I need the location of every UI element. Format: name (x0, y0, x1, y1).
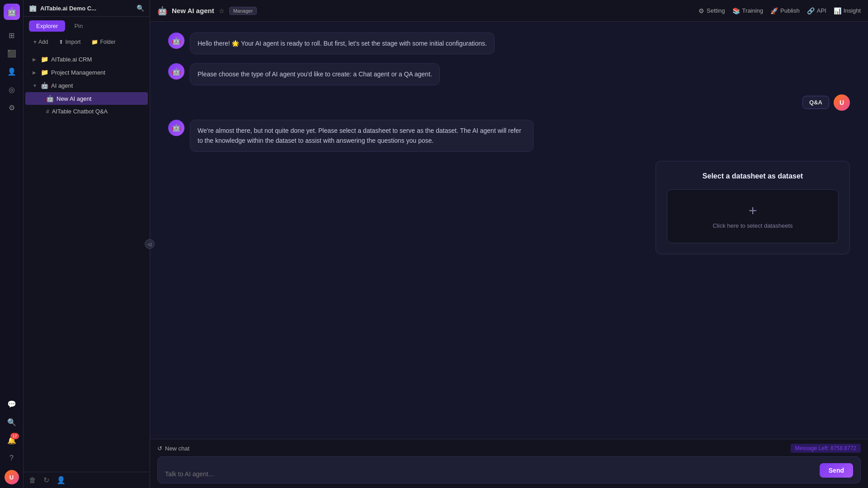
qa-badge[interactable]: Q&A (802, 96, 829, 109)
user-avatar[interactable]: U (5, 470, 19, 484)
chevron-right-icon: ▶ (33, 70, 38, 75)
setting-icon: ⚙ (698, 7, 704, 14)
user-avatar-response: U (834, 94, 850, 111)
chat-bubble-3: We're almost there, but not quite done y… (190, 120, 533, 152)
home-icon[interactable]: ⊞ (4, 27, 20, 43)
chat-input[interactable] (165, 470, 815, 478)
chat-message-2: 🤖 Please choose the type of AI agent you… (168, 63, 575, 85)
sidebar-actions: + Add ⬆ Import 📁 Folder (24, 35, 150, 51)
main-content: 🤖 New AI agent ☆ Manager ⚙ Setting 📚 Tra… (150, 0, 868, 488)
help-icon[interactable]: ? (4, 450, 20, 466)
topbar-manager-badge: Manager (229, 7, 257, 15)
bottom-bar-top: ↺ New chat Message Left: 8758.8772 (157, 444, 861, 453)
notification-icon[interactable]: 🔔 17 (4, 432, 20, 448)
compass-icon[interactable]: ◎ (4, 81, 20, 98)
person-add-icon[interactable]: 👤 (57, 476, 66, 484)
chat-bubble-2: Please choose the type of AI agent you'd… (190, 63, 440, 85)
user-response-area: Q&A U (168, 94, 850, 111)
workspace-icon: 🏢 (29, 5, 37, 12)
message-left-info: Message Left: 8758.8772 (791, 444, 861, 453)
tab-pin[interactable]: Pin (67, 20, 90, 32)
sidebar-item-crm[interactable]: ▶ 📁 AITable.ai CRM (25, 53, 148, 66)
add-icon: + (33, 39, 37, 45)
add-button[interactable]: + Add (29, 37, 52, 47)
sidebar-item-new-ai-agent[interactable]: 🤖 New AI agent (25, 92, 148, 105)
app-logo[interactable]: 🤖 (4, 4, 20, 20)
sidebar-bottom: 🗑 ↻ 👤 (24, 472, 150, 488)
icon-bar: 🤖 ⊞ ⬛ 👤 ◎ ⚙ 💬 🔍 🔔 17 ? U (0, 0, 24, 488)
topbar-agent-icon: 🤖 (157, 6, 167, 16)
workspace-title: AITable.ai Demo C... (40, 5, 133, 12)
workspace-search-icon[interactable]: 🔍 (137, 5, 144, 12)
bot-avatar-2: 🤖 (168, 63, 184, 80)
import-button[interactable]: ⬆ Import (54, 37, 85, 47)
folder-button[interactable]: 📁 Folder (87, 37, 120, 47)
people-icon[interactable]: 👤 (4, 63, 20, 80)
chat-bubble-icon[interactable]: 💬 (4, 396, 20, 412)
ai-agent-group-icon: 🤖 (41, 82, 48, 89)
new-chat-icon: ↺ (157, 445, 162, 452)
settings-icon[interactable]: ⚙ (4, 99, 20, 116)
topbar-actions: ⚙ Setting 📚 Training 🚀 Publish 🔗 API 📊 I… (698, 7, 861, 14)
import-icon: ⬆ (59, 39, 63, 45)
folder-icon: 📁 (91, 39, 98, 45)
publish-icon: 🚀 (770, 7, 778, 14)
api-action[interactable]: 🔗 API (807, 7, 826, 14)
dataset-add-area[interactable]: + Click here to select datasheets (667, 189, 839, 243)
sidebar-collapse-button[interactable]: ◁ (145, 239, 155, 249)
sidebar: 🏢 AITable.ai Demo C... 🔍 Explorer Pin + … (24, 0, 150, 488)
chatbot-icon: # (46, 108, 49, 115)
setting-action[interactable]: ⚙ Setting (698, 7, 725, 14)
training-icon: 📚 (732, 7, 740, 14)
dataset-card-title: Select a datasheet as dataset (667, 172, 839, 180)
training-action[interactable]: 📚 Training (732, 7, 763, 14)
sidebar-item-label: AI agent (51, 82, 142, 89)
dataset-plus-icon: + (749, 203, 757, 218)
notification-badge: 17 (10, 433, 19, 439)
chat-area: 🤖 Hello there! 🌟 Your AI agent is ready … (150, 22, 868, 439)
chat-bubble-1: Hello there! 🌟 Your AI agent is ready to… (190, 33, 495, 54)
send-button[interactable]: Send (820, 463, 853, 478)
sidebar-tabs: Explorer Pin (24, 17, 150, 35)
sidebar-item-ai-agent-group[interactable]: ▼ 🤖 AI agent (25, 79, 148, 92)
topbar-title: New AI agent (172, 7, 214, 14)
sidebar-item-label: AITable.ai CRM (51, 56, 142, 63)
chat-message-3: 🤖 We're almost there, but not quite done… (168, 120, 575, 152)
chevron-down-icon: ▼ (33, 83, 38, 88)
topbar-star-icon[interactable]: ☆ (219, 7, 225, 14)
sidebar-tree: ▶ 📁 AITable.ai CRM ▶ 📁 Project Managemen… (24, 51, 150, 472)
dataset-card: Select a datasheet as dataset + Click he… (656, 161, 850, 254)
bot-avatar-1: 🤖 (168, 33, 184, 49)
tab-explorer[interactable]: Explorer (29, 20, 65, 32)
insight-icon: 📊 (834, 7, 841, 14)
sidebar-item-projects[interactable]: ▶ 📁 Project Management (25, 66, 148, 79)
chevron-right-icon: ▶ (33, 57, 38, 62)
sidebar-header: 🏢 AITable.ai Demo C... 🔍 (24, 0, 150, 17)
grid-icon[interactable]: ⬛ (4, 45, 20, 61)
folder-crm-icon: 📁 (41, 56, 48, 63)
new-ai-agent-icon: 🤖 (46, 95, 54, 102)
trash-icon[interactable]: 🗑 (29, 476, 36, 484)
sidebar-item-label: New AI agent (57, 95, 142, 102)
publish-action[interactable]: 🚀 Publish (770, 7, 800, 14)
insight-action[interactable]: 📊 Insight (834, 7, 861, 14)
sidebar-item-label: AITable Chatbot Q&A (52, 108, 142, 115)
refresh-icon[interactable]: ↻ (43, 476, 49, 484)
chat-message-1: 🤖 Hello there! 🌟 Your AI agent is ready … (168, 33, 575, 54)
chat-input-area: Send (157, 456, 861, 483)
search-icon[interactable]: 🔍 (4, 414, 20, 430)
folder-projects-icon: 📁 (41, 69, 48, 76)
sidebar-item-chatbot-qa[interactable]: # AITable Chatbot Q&A (25, 105, 148, 117)
topbar: 🤖 New AI agent ☆ Manager ⚙ Setting 📚 Tra… (150, 0, 868, 22)
new-chat-label: New chat (165, 445, 189, 452)
dataset-add-text: Click here to select datasheets (712, 222, 793, 229)
api-icon: 🔗 (807, 7, 815, 14)
bot-avatar-3: 🤖 (168, 120, 184, 136)
bottom-bar: ↺ New chat Message Left: 8758.8772 Send (150, 439, 868, 488)
new-chat-button[interactable]: ↺ New chat (157, 445, 189, 452)
sidebar-item-label: Project Management (51, 69, 142, 76)
